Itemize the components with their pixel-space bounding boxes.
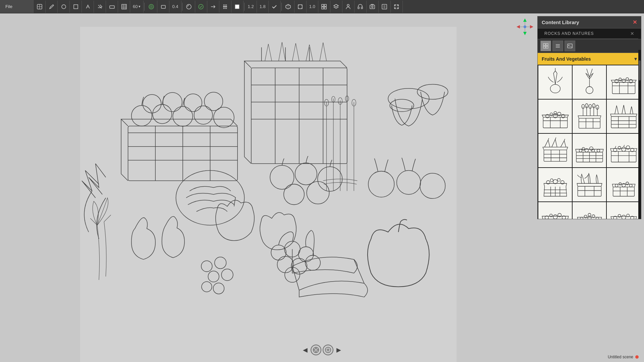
- lib-item-12[interactable]: [607, 168, 640, 201]
- lib-item-8[interactable]: [573, 134, 606, 167]
- tool-eraser[interactable]: [106, 1, 118, 13]
- tool-table[interactable]: [118, 1, 130, 13]
- svg-marker-106: [530, 25, 533, 28]
- tool-target[interactable]: [145, 1, 157, 13]
- lib-item-13[interactable]: [538, 202, 572, 219]
- svg-rect-27: [235, 5, 239, 9]
- svg-point-224: [584, 215, 587, 218]
- next-arrow[interactable]: ▶: [335, 346, 343, 354]
- tool-grid2[interactable]: [318, 1, 330, 13]
- tool-expand[interactable]: [391, 1, 403, 13]
- scene-name: Untitled scene: [608, 355, 633, 359]
- section-chevron-icon: ▾: [634, 56, 637, 62]
- tool-arrow[interactable]: [207, 1, 219, 13]
- tool-pen[interactable]: [82, 1, 94, 13]
- file-menu[interactable]: File: [0, 0, 34, 13]
- svg-rect-199: [613, 187, 634, 196]
- svg-point-35: [347, 4, 349, 6]
- tool-circle[interactable]: [58, 1, 70, 13]
- number-1-8[interactable]: 1.8: [257, 1, 269, 13]
- tool-person[interactable]: [342, 1, 355, 13]
- zoom-display[interactable]: 60 ▾: [130, 1, 144, 13]
- svg-point-16: [186, 4, 191, 9]
- prev-arrow[interactable]: ◀: [301, 346, 309, 354]
- svg-point-194: [557, 178, 560, 181]
- lib-item-3[interactable]: [607, 65, 640, 99]
- tool-white-rect[interactable]: [231, 1, 244, 13]
- transform-widget[interactable]: [515, 17, 535, 38]
- close-icon[interactable]: ✕: [633, 19, 637, 25]
- search-bar[interactable]: ROCKS AND NATURES ✕: [540, 28, 638, 39]
- svg-point-18: [223, 6, 224, 7]
- bottom-navigation: ◀ ▶: [301, 345, 343, 355]
- svg-rect-121: [612, 82, 635, 94]
- svg-rect-33: [322, 7, 324, 9]
- cat-tab-list[interactable]: [552, 41, 563, 51]
- toolbar-icons: 60 ▾ 0.4 1.2: [34, 0, 644, 13]
- svg-rect-38: [370, 5, 375, 9]
- nav-center-target[interactable]: [311, 345, 321, 355]
- lib-item-10[interactable]: [538, 168, 572, 201]
- tool-layers2[interactable]: [330, 1, 342, 13]
- svg-point-139: [554, 111, 557, 114]
- section-header[interactable]: Fruits And Vegetables ▾: [538, 53, 641, 65]
- svg-point-213: [553, 215, 557, 219]
- file-label: File: [5, 4, 12, 9]
- search-clear-icon[interactable]: ✕: [630, 31, 634, 36]
- tool-layers[interactable]: [183, 1, 195, 13]
- tool-select[interactable]: [34, 1, 46, 13]
- tool-check[interactable]: [269, 1, 281, 13]
- lib-item-7[interactable]: [538, 134, 572, 167]
- svg-point-221: [580, 217, 583, 219]
- tool-dots[interactable]: [219, 1, 231, 13]
- svg-point-222: [588, 216, 591, 219]
- lib-item-2[interactable]: [573, 65, 606, 99]
- tool-3d-obj[interactable]: [294, 1, 307, 13]
- lib-item-11[interactable]: [573, 168, 606, 201]
- content-library-titlebar: Content Library ✕: [538, 16, 641, 28]
- nav-add[interactable]: [323, 345, 333, 355]
- lib-item-1[interactable]: [538, 65, 572, 99]
- tool-brush[interactable]: [94, 1, 106, 13]
- number-1-2[interactable]: 1.2: [245, 1, 257, 13]
- lib-item-5[interactable]: [573, 100, 606, 133]
- tool-headphone[interactable]: [355, 1, 367, 13]
- opacity-value[interactable]: 0.4: [169, 1, 181, 13]
- svg-rect-36: [358, 7, 359, 9]
- svg-rect-111: [546, 44, 548, 46]
- content-library-panel: Content Library ✕ ROCKS AND NATURES ✕ Fr…: [537, 16, 641, 219]
- lib-item-9[interactable]: [607, 134, 640, 167]
- svg-point-203: [615, 184, 618, 187]
- svg-rect-15: [161, 5, 165, 8]
- svg-point-191: [553, 179, 557, 184]
- number-1-0[interactable]: 1.0: [307, 1, 318, 13]
- tool-more[interactable]: [379, 1, 391, 13]
- cat-tab-grid[interactable]: [540, 41, 551, 51]
- cat-tab-image[interactable]: [565, 41, 575, 51]
- svg-rect-34: [324, 7, 326, 9]
- svg-point-226: [588, 213, 591, 216]
- tool-check-circle[interactable]: [195, 1, 207, 13]
- lib-item-6[interactable]: [607, 100, 640, 133]
- lib-item-4[interactable]: [538, 100, 572, 133]
- tool-rect[interactable]: [70, 1, 82, 13]
- svg-point-174: [582, 147, 585, 150]
- prev-arrow-icon: ◀: [303, 346, 308, 354]
- content-library-close[interactable]: ✕: [633, 19, 637, 25]
- svg-rect-113: [546, 46, 548, 48]
- tool-rect2[interactable]: [157, 1, 169, 13]
- scrollbar-track[interactable]: [638, 50, 641, 219]
- scrollbar-thumb[interactable]: [639, 60, 641, 80]
- zoom-value: 60: [133, 4, 138, 9]
- svg-rect-7: [122, 4, 126, 9]
- lib-item-14[interactable]: [573, 202, 606, 219]
- svg-point-14: [151, 6, 152, 7]
- svg-rect-31: [322, 4, 324, 6]
- svg-rect-140: [579, 118, 600, 128]
- svg-point-181: [622, 147, 626, 151]
- tool-3d-cube[interactable]: [282, 1, 294, 13]
- svg-point-175: [589, 146, 593, 150]
- lib-item-15[interactable]: [607, 202, 640, 219]
- tool-pencil[interactable]: [46, 1, 58, 13]
- tool-photo[interactable]: [367, 1, 379, 13]
